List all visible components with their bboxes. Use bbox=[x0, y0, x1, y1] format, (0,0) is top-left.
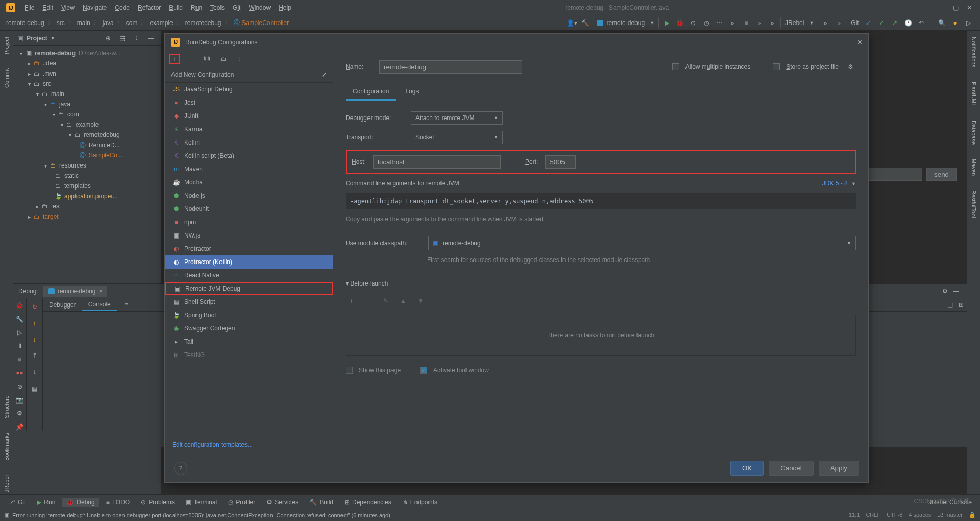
cfg-swagger[interactable]: ◉Swagger Codegen bbox=[165, 322, 333, 335]
bc-java[interactable]: java bbox=[103, 19, 114, 27]
hide-icon[interactable]: — bbox=[145, 33, 157, 44]
gutter-maven[interactable]: Maven bbox=[971, 157, 977, 178]
gutter-plantuml[interactable]: PlantUML bbox=[971, 80, 977, 108]
hide-icon[interactable]: — bbox=[950, 286, 962, 297]
gutter-restfultool[interactable]: RestfulTool bbox=[971, 188, 977, 220]
status-branch[interactable]: ⎇ master bbox=[937, 512, 963, 518]
git-history-icon[interactable]: 🕐 bbox=[902, 17, 914, 29]
wrench-icon[interactable]: 🔧 bbox=[14, 315, 26, 323]
more3-button[interactable]: ▹ bbox=[767, 17, 778, 29]
lock-icon[interactable]: 🔒 bbox=[969, 512, 976, 518]
gutter-bookmarks[interactable]: Bookmarks bbox=[4, 431, 10, 463]
jrebel-selector[interactable]: JRebel ▼ bbox=[780, 17, 818, 29]
step-out-icon[interactable]: ⤒ bbox=[29, 350, 40, 362]
coverage-button[interactable]: ⊙ bbox=[688, 17, 699, 29]
gear-icon[interactable]: ⚙ bbox=[14, 409, 26, 417]
cancel-button[interactable]: Cancel bbox=[769, 461, 814, 476]
more1-button[interactable]: ▹ bbox=[727, 17, 739, 29]
tab-console[interactable]: Console bbox=[82, 299, 117, 311]
menu-window[interactable]: Window bbox=[244, 2, 275, 13]
settings-icon[interactable]: ▷ bbox=[963, 17, 974, 29]
bc-src[interactable]: src bbox=[57, 19, 65, 27]
status-cursor[interactable]: 11:1 bbox=[849, 512, 860, 518]
menu-code[interactable]: Code bbox=[111, 2, 134, 13]
allow-multiple-checkbox[interactable] bbox=[672, 63, 679, 70]
close-icon[interactable]: × bbox=[99, 288, 102, 295]
tab-configuration[interactable]: Configuration bbox=[346, 84, 396, 101]
bb-run[interactable]: ▶Run bbox=[33, 498, 59, 507]
git-revert-icon[interactable]: ↶ bbox=[916, 17, 927, 29]
gutter-database[interactable]: Database bbox=[971, 119, 977, 147]
status-encoding[interactable]: UTF-8 bbox=[887, 512, 902, 518]
menu-refactor[interactable]: Refactor bbox=[134, 2, 165, 13]
hammer-icon[interactable]: 🔨 bbox=[579, 17, 591, 29]
bb-services[interactable]: ⚙Services bbox=[262, 498, 302, 507]
search-icon[interactable]: 🔍 bbox=[936, 17, 947, 29]
edit-task-button[interactable]: ✎ bbox=[380, 295, 391, 306]
restart-icon[interactable]: ↻ bbox=[29, 301, 40, 313]
show-page-checkbox[interactable] bbox=[346, 367, 353, 374]
close-icon[interactable]: ✕ bbox=[967, 4, 972, 11]
run-to-icon[interactable]: ⤓ bbox=[29, 367, 40, 378]
gutter-jrebel[interactable]: JRebel bbox=[4, 473, 10, 494]
bb-git[interactable]: ⎇Git bbox=[4, 498, 30, 507]
debug-button[interactable]: 🐞 bbox=[674, 17, 685, 29]
git-push-icon[interactable]: ↗ bbox=[889, 17, 900, 29]
pin-icon[interactable]: 📌 bbox=[14, 423, 26, 431]
activate-tool-checkbox[interactable]: ✓ bbox=[420, 367, 427, 374]
cfg-spring-boot[interactable]: 🍃Spring Boot bbox=[165, 309, 333, 322]
bb-debug[interactable]: 🐞Debug bbox=[62, 498, 99, 507]
gutter-notifications[interactable]: Notifications bbox=[971, 35, 977, 69]
sponsor-icon[interactable]: ● bbox=[949, 17, 961, 29]
menu-run[interactable]: Run bbox=[187, 2, 206, 13]
filter-icon[interactable]: ≡ bbox=[121, 299, 132, 311]
add-task-button[interactable]: ＋ bbox=[346, 295, 357, 306]
bb-dependencies[interactable]: ⊞Dependencies bbox=[340, 498, 396, 507]
git-update-icon[interactable]: ↙ bbox=[863, 17, 874, 29]
collapse-icon[interactable]: ⇶ bbox=[117, 33, 128, 44]
add-config-button[interactable]: ＋ bbox=[169, 54, 180, 64]
help-button[interactable]: ? bbox=[174, 462, 187, 475]
cfg-npm[interactable]: ■npm bbox=[165, 216, 333, 229]
close-icon[interactable]: × bbox=[857, 38, 862, 47]
status-indent[interactable]: 4 spaces bbox=[909, 512, 931, 518]
bb-endpoints[interactable]: ⋔Endpoints bbox=[399, 498, 442, 507]
cfg-javascript-debug[interactable]: JSJavaScript Debug bbox=[165, 83, 333, 96]
debug-config-tab[interactable]: remote-debug × bbox=[43, 286, 108, 297]
remove-task-button[interactable]: － bbox=[363, 295, 374, 306]
step-over-icon[interactable]: ↓ bbox=[29, 334, 40, 345]
port-input[interactable] bbox=[545, 155, 576, 169]
menu-file[interactable]: File bbox=[20, 2, 38, 13]
down-task-button[interactable]: ▼ bbox=[415, 295, 426, 306]
gutter-project[interactable]: Project bbox=[4, 35, 10, 56]
gutter-structure[interactable]: Structure bbox=[4, 393, 10, 420]
status-line-ending[interactable]: CRLF bbox=[866, 512, 880, 518]
cfg-tail[interactable]: ▸Tail bbox=[165, 335, 333, 348]
cfg-shell-script[interactable]: ▦Shell Script bbox=[165, 295, 333, 309]
run-config-selector[interactable]: remote-debug ▼ bbox=[593, 17, 659, 29]
bc-main[interactable]: main bbox=[77, 19, 90, 27]
menu-tools[interactable]: Tools bbox=[206, 2, 229, 13]
profile-button[interactable]: ◷ bbox=[701, 17, 712, 29]
layout-icon[interactable]: ◫ bbox=[944, 299, 955, 311]
expand-icon[interactable]: ⤢ bbox=[322, 71, 327, 78]
cfg-karma[interactable]: KKarma bbox=[165, 123, 333, 136]
cfg-mocha[interactable]: ☕Mocha bbox=[165, 176, 333, 189]
before-launch-toggle[interactable]: ▾ Before launch bbox=[346, 280, 388, 287]
menu-git[interactable]: Git bbox=[229, 2, 244, 13]
cfg-nodeunit[interactable]: ⬢Nodeunit bbox=[165, 202, 333, 216]
bb-terminal[interactable]: ▣Terminal bbox=[182, 498, 221, 507]
cfg-remote-jvm-debug[interactable]: ▣Remote JVM Debug bbox=[165, 282, 333, 295]
more2-button[interactable]: ▹ bbox=[754, 17, 765, 29]
menu-help[interactable]: Help bbox=[275, 2, 296, 13]
jrebel-icon2[interactable]: ▹ bbox=[834, 17, 845, 29]
menu-view[interactable]: View bbox=[57, 2, 79, 13]
host-input[interactable] bbox=[373, 155, 501, 169]
tab-debugger[interactable]: Debugger bbox=[43, 299, 82, 311]
up-task-button[interactable]: ▲ bbox=[398, 295, 409, 306]
rerun-icon[interactable]: 🐞 bbox=[14, 301, 26, 310]
chevron-down-icon[interactable]: ▼ bbox=[51, 36, 55, 41]
folder-button[interactable]: 🗀 bbox=[218, 53, 229, 64]
step-into-icon[interactable]: ↑ bbox=[29, 318, 40, 329]
tab-logs[interactable]: Logs bbox=[398, 84, 426, 101]
